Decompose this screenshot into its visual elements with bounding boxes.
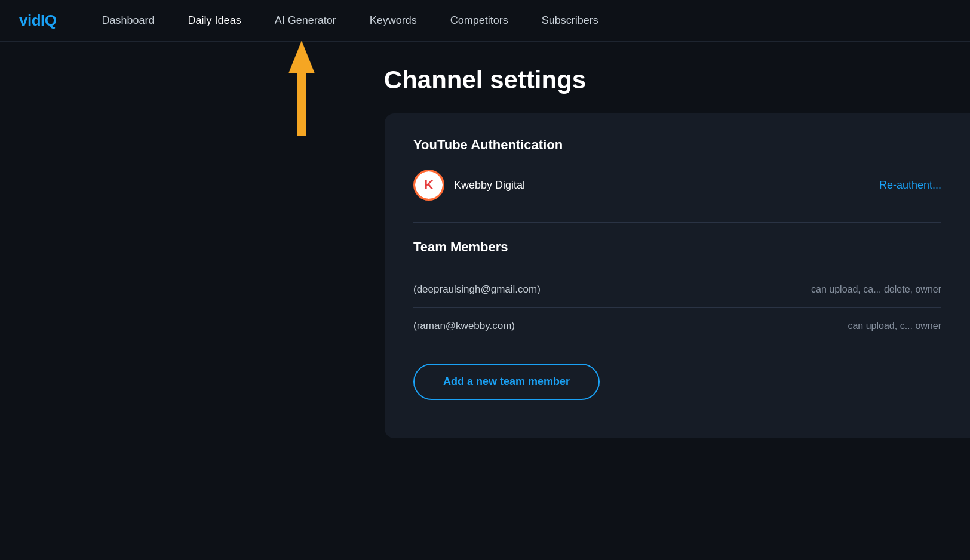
- settings-panel: YouTube Authentication K Kwebby Digital …: [385, 113, 970, 438]
- reauth-link[interactable]: Re-authent...: [879, 179, 941, 192]
- member-email-1: (deepraulsingh@gmail.com): [413, 284, 541, 296]
- logo-text: vidIQ: [19, 11, 57, 30]
- avatar-inner: K: [415, 171, 443, 199]
- nav-link-keywords[interactable]: Keywords: [353, 14, 434, 26]
- channel-row: K Kwebby Digital Re-authent...: [413, 170, 941, 201]
- channel-name: Kwebby Digital: [454, 179, 525, 192]
- avatar: K: [413, 170, 444, 201]
- nav-link-subscribers[interactable]: Subscribers: [525, 14, 615, 26]
- nav-item-competitors[interactable]: Competitors: [434, 14, 525, 27]
- member-email-2: (raman@kwebby.com): [413, 320, 515, 332]
- table-row: (deepraulsingh@gmail.com) can upload, ca…: [413, 272, 941, 308]
- nav-links: Dashboard Daily Ideas AI Generator Keywo…: [85, 14, 615, 27]
- logo-iq: IQ: [41, 11, 56, 29]
- navbar: vidIQ Dashboard Daily Ideas AI Generator…: [0, 0, 970, 42]
- nav-link-daily-ideas[interactable]: Daily Ideas: [171, 14, 258, 26]
- nav-link-competitors[interactable]: Competitors: [434, 14, 525, 26]
- nav-item-subscribers[interactable]: Subscribers: [525, 14, 615, 27]
- team-members-title: Team Members: [413, 239, 941, 255]
- team-members-section: Team Members (deepraulsingh@gmail.com) c…: [413, 239, 941, 400]
- logo-vid: vid: [19, 11, 41, 29]
- member-perms-2: can upload, c... owner: [848, 321, 941, 331]
- add-team-member-button[interactable]: Add a new team member: [413, 364, 600, 400]
- nav-item-keywords[interactable]: Keywords: [353, 14, 434, 27]
- page-content: Channel settings YouTube Authentication …: [0, 42, 970, 94]
- nav-item-dashboard[interactable]: Dashboard: [85, 14, 171, 27]
- channel-info: K Kwebby Digital: [413, 170, 525, 201]
- nav-item-ai-generator[interactable]: AI Generator: [258, 14, 353, 27]
- youtube-auth-section: YouTube Authentication K Kwebby Digital …: [413, 137, 941, 201]
- avatar-initial: K: [424, 177, 434, 193]
- nav-link-dashboard[interactable]: Dashboard: [85, 14, 171, 26]
- youtube-auth-title: YouTube Authentication: [413, 137, 941, 153]
- logo[interactable]: vidIQ: [19, 11, 57, 30]
- section-divider: [413, 222, 941, 223]
- page-title: Channel settings: [0, 66, 970, 94]
- table-row: (raman@kwebby.com) can upload, c... owne…: [413, 308, 941, 344]
- member-perms-1: can upload, ca... delete, owner: [811, 284, 941, 295]
- nav-item-daily-ideas[interactable]: Daily Ideas: [171, 14, 258, 27]
- nav-link-ai-generator[interactable]: AI Generator: [258, 14, 353, 26]
